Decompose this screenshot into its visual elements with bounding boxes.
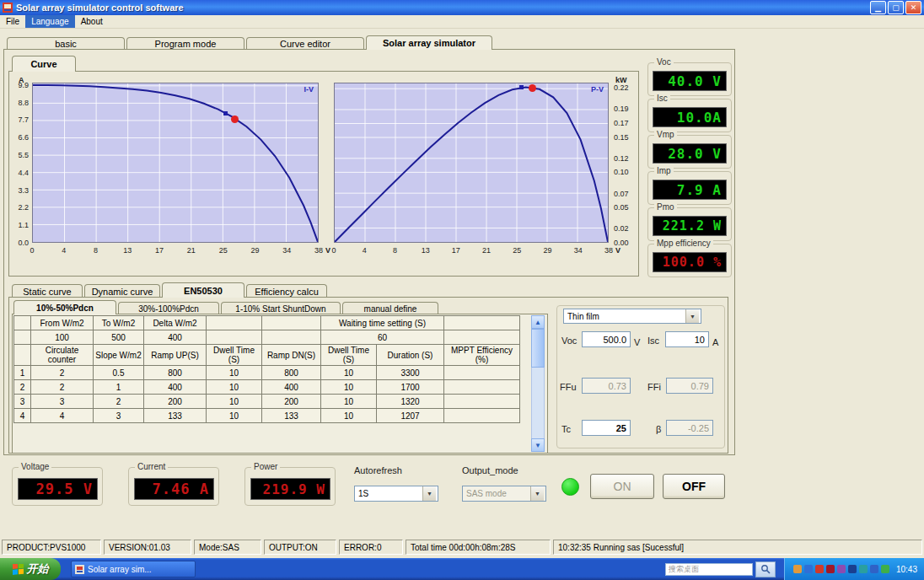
tray-icon[interactable] [859, 565, 868, 573]
table-cell[interactable]: 10 [207, 366, 262, 380]
table-cell[interactable]: 2 [31, 380, 94, 395]
tab-curve-editor[interactable]: Curve editor [246, 37, 364, 50]
table-cell[interactable] [207, 330, 262, 345]
chevron-down-icon[interactable]: ▼ [422, 486, 436, 501]
menu-file[interactable]: File [0, 15, 25, 28]
table-cell[interactable]: 10 [207, 409, 262, 423]
table-cell[interactable]: 200 [144, 395, 207, 409]
tab-30-100-pdcn[interactable]: 30%-100%Pdcn [118, 302, 219, 314]
table-cell[interactable]: 800 [144, 366, 207, 380]
minimize-button[interactable]: ▁ [870, 1, 886, 14]
table-cell[interactable]: 1207 [377, 409, 444, 423]
plot-corner-label: P-V [591, 85, 604, 94]
tab-dynamic-curve[interactable]: Dynamic curve [84, 284, 160, 298]
table-cell[interactable] [444, 409, 520, 423]
taskbar-app-button[interactable]: Solar array sim... [71, 561, 196, 577]
table-cell[interactable] [444, 380, 520, 395]
y-tick-label: 0.02 [614, 224, 629, 233]
table-cell[interactable]: 4 [31, 409, 94, 423]
table-cell[interactable]: 10 [207, 395, 262, 409]
tray-icon[interactable] [837, 565, 846, 573]
maximize-button[interactable]: ▢ [888, 1, 904, 14]
table-cell[interactable]: 800 [262, 366, 321, 380]
cursor-marker[interactable] [519, 85, 524, 89]
tab-curve[interactable]: Curve [12, 56, 76, 72]
tray-icon[interactable] [826, 565, 835, 573]
table-cell[interactable]: 1700 [377, 380, 444, 395]
scroll-up-button[interactable]: ▲ [531, 315, 545, 329]
app-icon [75, 565, 84, 574]
tab-basic[interactable]: basic [7, 37, 125, 50]
tab-efficiency-calcu[interactable]: Efficiency calcu [246, 284, 327, 298]
param-voc-field[interactable]: 500.0 [582, 331, 631, 347]
table-cell[interactable]: 400 [262, 380, 321, 395]
search-icon[interactable] [755, 561, 776, 577]
table-cell[interactable] [444, 330, 520, 345]
table-cell[interactable]: 400 [144, 330, 207, 345]
table-cell[interactable]: 2 [31, 366, 94, 380]
tray-icon[interactable] [815, 565, 824, 573]
param-isc-field[interactable]: 10 [665, 331, 709, 347]
table-cell[interactable] [262, 330, 321, 345]
table-cell[interactable]: 100 [31, 330, 94, 345]
tab-static-curve[interactable]: Static curve [12, 284, 83, 298]
scrollbar-thumb[interactable] [531, 329, 545, 368]
search-input[interactable]: 搜索桌面 [665, 563, 753, 576]
close-button[interactable]: ✕ [905, 1, 921, 14]
chevron-down-icon[interactable]: ▼ [685, 309, 699, 323]
table-cell[interactable]: 500 [94, 330, 144, 345]
module-type-combobox[interactable]: Thin film ▼ [563, 309, 701, 324]
table-cell[interactable]: 10 [321, 380, 377, 395]
table-cell[interactable]: 1 [94, 380, 144, 395]
tab-solar-array-simulator[interactable]: Solar array simulator [366, 35, 492, 50]
table-cell[interactable]: 3 [94, 409, 144, 423]
tab-en50530[interactable]: EN50530 [162, 282, 244, 298]
table-cell[interactable]: 10 [321, 395, 377, 409]
table-cell[interactable]: 133 [144, 409, 207, 423]
tray-icon[interactable] [881, 565, 889, 573]
table-cell[interactable]: 3300 [377, 366, 444, 380]
table-cell[interactable]: 400 [144, 380, 207, 395]
table-cell[interactable]: 10 [321, 409, 377, 423]
table-cell[interactable]: 60 [321, 330, 444, 345]
tray-icon[interactable] [870, 565, 878, 573]
iv-plot[interactable]: I-V [32, 83, 319, 243]
taskbar-clock[interactable]: 10:43 [896, 565, 917, 574]
tab-1-10-start-shuntdown[interactable]: 1-10% Start ShuntDown [221, 302, 341, 314]
table-cell[interactable] [444, 366, 520, 380]
tab-10-50-pdcn[interactable]: 10%-50%Pdcn [13, 300, 116, 314]
on-button[interactable]: ON [590, 474, 654, 499]
table-cell[interactable]: 2 [94, 395, 144, 409]
menu-language[interactable]: Language [25, 15, 75, 28]
tray-icon[interactable] [793, 565, 802, 573]
table-cell[interactable]: 200 [262, 395, 321, 409]
row-index-cell [14, 345, 31, 366]
param-beta-field: -0.25 [666, 420, 713, 436]
table-cell[interactable] [444, 395, 520, 409]
param-tc-field[interactable]: 25 [582, 420, 631, 436]
off-button[interactable]: OFF [663, 474, 725, 499]
power-label: Power [251, 462, 280, 471]
isc-display: 10.0A [653, 107, 727, 127]
current-group: Current 7.46 A [128, 467, 219, 506]
tab-manual-define[interactable]: manual define [342, 302, 438, 314]
table-cell[interactable]: 3 [31, 395, 94, 409]
menu-about[interactable]: About [75, 15, 109, 28]
scroll-down-button[interactable]: ▼ [531, 438, 545, 452]
title-bar[interactable]: Solar array simulator control software ▁… [0, 0, 924, 15]
table-cell[interactable]: 10 [207, 380, 262, 395]
table-cell[interactable]: 133 [262, 409, 321, 423]
table-cell[interactable]: 10 [321, 366, 377, 380]
tray-icon[interactable] [848, 565, 857, 573]
cursor-marker[interactable] [223, 111, 228, 115]
x-tick-label: 17 [450, 246, 462, 255]
start-button[interactable]: 开始 [0, 558, 61, 580]
pv-plot[interactable]: P-V [334, 83, 609, 243]
x-tick-label: 4 [358, 246, 370, 255]
mpp-point-marker[interactable] [529, 84, 536, 92]
autorefresh-combobox[interactable]: 1S ▼ [354, 486, 438, 502]
tab-program-mode[interactable]: Program mode [126, 37, 244, 50]
table-cell[interactable]: 0.5 [94, 366, 144, 380]
tray-icon[interactable] [804, 565, 813, 573]
table-cell[interactable]: 1320 [377, 395, 444, 409]
